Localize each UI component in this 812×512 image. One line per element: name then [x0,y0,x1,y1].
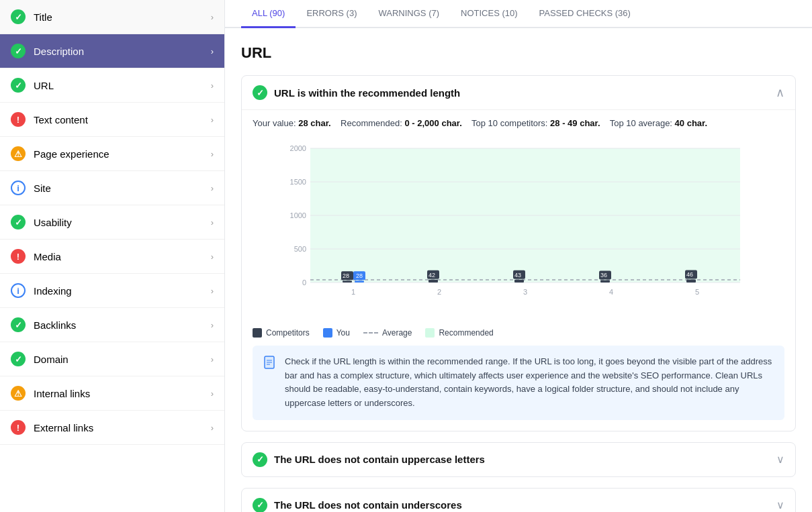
sidebar-item-domain[interactable]: ✓ Domain › [0,342,224,376]
recommended-label: Recommended: [341,118,402,128]
sidebar-item-left: ⚠ Internal links [11,386,90,401]
status-icon-usability: ✓ [11,215,26,229]
page-title: URL [241,44,796,62]
sidebar-label-backlinks: Backlinks [34,319,76,331]
sidebar-item-backlinks[interactable]: ✓ Backlinks › [0,308,224,342]
status-icon-indexing: i [11,283,26,298]
chevron-icon-indexing: › [211,286,214,296]
content-area: URL ✓ URL is within the recommended leng… [225,28,812,512]
svg-rect-12 [343,280,352,283]
check-header-url-underscores[interactable]: ✓ The URL does not contain underscores ∨ [242,489,795,512]
chevron-icon-url: › [211,81,214,91]
status-icon-internal-links: ⚠ [11,386,26,401]
svg-text:46: 46 [686,271,693,278]
sidebar-item-indexing[interactable]: i Indexing › [0,274,224,308]
chevron-icon-domain: › [211,354,214,364]
tab-notices[interactable]: NOTICES (10) [450,0,529,28]
svg-text:2000: 2000 [290,144,306,152]
chevron-icon-title: › [211,12,214,22]
chevron-down-icon-url-uppercase: ∨ [776,453,784,466]
sidebar-label-domain: Domain [34,354,69,365]
sidebar-item-internal-links[interactable]: ⚠ Internal links › [0,376,224,411]
chevron-icon-usability: › [211,217,214,227]
sidebar-item-left: ✓ Title [11,9,52,24]
chevron-icon-media: › [211,252,214,262]
sidebar-item-left: i Indexing [11,283,72,298]
sidebar-item-text-content[interactable]: ! Text content › [0,103,224,137]
sidebar-item-page-experience[interactable]: ⚠ Page experience › [0,137,224,171]
svg-rect-31 [686,279,696,283]
legend-you-color [323,328,332,338]
svg-text:43: 43 [514,271,521,278]
chart-svg: 2000150010005000 28281422433364465 [253,142,784,303]
sidebar-item-site[interactable]: i Site › [0,171,224,205]
sidebar-item-url[interactable]: ✓ URL › [0,68,224,103]
sidebar-label-text-content: Text content [34,114,88,125]
svg-text:28: 28 [343,272,349,279]
check-body-url-length: Your value: 28 char. Recommended: 0 - 2,… [242,109,795,431]
sidebar-item-left: ✓ Usability [11,215,72,229]
tab-all[interactable]: ALL (90) [241,0,296,28]
chevron-up-icon-url-length: ∧ [776,85,784,100]
legend-recommended-color [425,328,435,338]
check-title-url-length: URL is within the recommended length [274,87,460,99]
chart-container: 2000150010005000 28281422433364465 [253,142,784,323]
svg-text:4: 4 [609,288,613,296]
check-header-url-length[interactable]: ✓ URL is within the recommended length ∧ [242,76,795,109]
check-header-url-uppercase[interactable]: ✓ The URL does not contain uppercase let… [242,443,795,476]
tab-warnings[interactable]: WARNINGS (7) [368,0,451,28]
svg-text:5: 5 [695,288,699,296]
svg-text:3: 3 [523,288,527,296]
info-box-text-url-length: Check if the URL length is within the re… [285,355,774,411]
sidebar: ✓ Title › ✓ Description › ✓ URL › ! Text… [0,0,225,512]
status-icon-text-content: ! [11,112,26,127]
competitors: 28 - 49 char. [550,118,600,128]
check-title-url-uppercase: The URL does not contain uppercase lette… [274,454,485,465]
svg-rect-23 [514,279,524,282]
sidebar-item-usability[interactable]: ✓ Usability › [0,205,224,240]
check-card-url-underscores: ✓ The URL does not contain underscores ∨ [241,488,796,512]
chevron-down-icon-url-underscores: ∨ [776,499,784,511]
sidebar-label-site: Site [34,183,51,194]
sidebar-item-media[interactable]: ! Media › [0,240,224,274]
check-status-icon-url-underscores: ✓ [253,498,267,512]
status-icon-title: ✓ [11,9,26,24]
check-status-icon-url-uppercase: ✓ [253,452,267,467]
tab-passed[interactable]: PASSED CHECKS (36) [529,0,641,28]
svg-rect-19 [428,280,438,283]
sidebar-item-left: i Site [11,181,51,195]
recommended: 0 - 2,000 char. [405,118,462,128]
sidebar-label-internal-links: Internal links [34,388,90,399]
tabs-bar: ALL (90)ERRORS (3)WARNINGS (7)NOTICES (1… [225,0,812,28]
sidebar-label-media: Media [34,251,61,262]
legend-recommended: Recommended [425,328,493,338]
average-label: Top 10 average: [610,118,672,128]
sidebar-item-title[interactable]: ✓ Title › [0,0,224,34]
check-card-url-uppercase: ✓ The URL does not contain uppercase let… [241,442,796,477]
legend-competitors-color [253,328,262,338]
competitors-label: Top 10 competitors: [471,118,547,128]
svg-text:2: 2 [437,288,441,296]
check-status-icon-url-length: ✓ [253,85,267,100]
legend-average-dash [363,332,378,334]
legend-average: Average [363,328,412,338]
svg-text:1: 1 [351,288,355,296]
legend-recommended-label: Recommended [439,328,493,338]
tab-errors[interactable]: ERRORS (3) [296,0,367,28]
check-title-url-underscores: The URL does not contain underscores [274,499,462,511]
value: 28 char. [298,118,330,128]
sidebar-label-external-links: External links [34,422,93,433]
average: 40 char. [675,118,707,128]
sidebar-item-left: ! Text content [11,112,88,127]
status-icon-description: ✓ [11,44,26,58]
sidebar-label-title: Title [34,11,52,23]
sidebar-item-external-links[interactable]: ! External links › [0,411,224,445]
sidebar-item-left: ✓ Description [11,44,84,58]
sidebar-item-description[interactable]: ✓ Description › [0,34,224,68]
svg-rect-27 [600,280,610,283]
sidebar-item-left: ! External links [11,420,93,435]
chevron-icon-description: › [211,46,214,56]
sidebar-item-left: ! Media [11,249,61,264]
chevron-icon-backlinks: › [211,320,214,330]
status-icon-media: ! [11,249,26,264]
